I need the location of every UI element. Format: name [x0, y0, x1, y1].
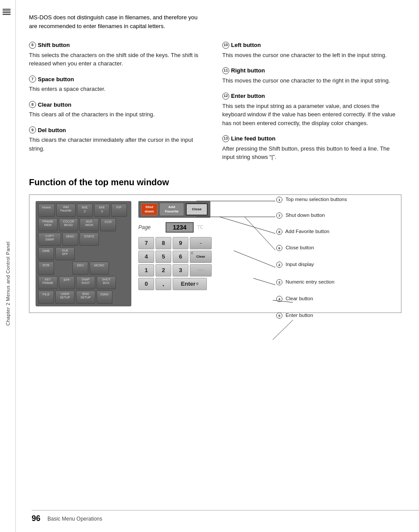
intro-text: MS-DOS does not distinguish case in file… [29, 14, 198, 29]
section-11: 11 Right button This moves the cursor on… [222, 66, 401, 85]
footer-text: Basic Menu Operations [47, 516, 102, 522]
keypad-row-2: 4 5 6 C Clear [138, 251, 212, 263]
left-panel: Home AddFavorite M/E2 M/E3 P/P FRAMEMEM … [36, 201, 131, 306]
btn-home[interactable]: Home [38, 204, 55, 217]
section-6: 6 Shift button This selects the characte… [29, 41, 205, 68]
key-7[interactable]: 7 [138, 237, 154, 249]
section-10-title: 10 Left button [222, 41, 401, 50]
section-11-num: 11 [222, 67, 229, 74]
key-3[interactable]: 3 [173, 264, 188, 277]
btn-user-setup[interactable]: USERSETUP [55, 291, 75, 304]
key-dot[interactable]: . [155, 278, 171, 290]
annotation-7: 7 Shut down button [276, 212, 325, 219]
btn-empty [55, 262, 71, 275]
section-13: 13 Line feed button After pressing the S… [222, 134, 401, 162]
key-8[interactable]: 8 [155, 237, 171, 249]
numeric-keypad: 7 8 9 – 4 5 6 C Clear [138, 237, 212, 290]
btn-stats[interactable]: STATS [79, 233, 99, 246]
btn-key-frame[interactable]: KEYFRAME [38, 276, 58, 289]
btn-me3[interactable]: M/E3 [94, 204, 110, 217]
section-13-label: Line feed button [231, 134, 275, 143]
btn-dev[interactable]: DEV [72, 262, 88, 275]
btn-add-favorite[interactable]: AddFavorite [56, 204, 76, 217]
input-display: 1234 [166, 222, 194, 233]
section-11-body: This moves the cursor one character to t… [222, 76, 401, 85]
btn-shot-box[interactable]: SHOTBOX [97, 276, 116, 289]
btn-color-bkgd[interactable]: COLORBKGD [59, 218, 78, 231]
btn-add-favorite-top[interactable]: AddFavorite [160, 203, 184, 216]
key-2[interactable]: 2 [155, 264, 171, 277]
key-5[interactable]: 5 [155, 251, 171, 263]
btn-eng-setup[interactable]: ENGSETUP [76, 291, 95, 304]
key-clear[interactable]: C Clear [190, 251, 212, 263]
sections-left-col: 6 Shift button This selects the characte… [29, 41, 205, 169]
keypad-row-1: 7 8 9 – [138, 237, 212, 249]
btn-copy-swap[interactable]: COPYSWAP [38, 233, 61, 246]
section-13-title: 13 Line feed button [222, 134, 401, 143]
page-number: 96 [32, 514, 40, 523]
keypad-row-4: 0 . Enter C [138, 278, 212, 290]
btn-diag[interactable]: DIAG [97, 291, 112, 304]
key-trim[interactable]: Trim [190, 264, 212, 277]
section-10-num: 10 [222, 42, 229, 49]
key-0[interactable]: 0 [138, 278, 154, 290]
key-6[interactable]: 6 [173, 251, 188, 263]
key-enter[interactable]: Enter C [173, 278, 207, 290]
btn-pp[interactable]: P/P [111, 204, 127, 217]
btn-close[interactable]: Close [186, 203, 208, 216]
section-10-body: This moves the cursor one character to t… [222, 51, 401, 60]
btn-eff[interactable]: EFF [59, 276, 75, 289]
annotation-4: 4 Clear button [276, 296, 313, 302]
btn-snap-shot[interactable]: SNAPSHOT [76, 276, 95, 289]
keypad-row-3: 1 2 3 Trim [138, 264, 212, 277]
panel-row-4: DME GLBEFF [38, 247, 129, 260]
function-heading: Function of the top menu window [29, 177, 401, 187]
section-12: 12 Enter button This sets the input stri… [222, 92, 401, 127]
sidebar-lines [3, 9, 11, 15]
section-8-title: 8 Clear button [29, 101, 205, 109]
btn-shut-down[interactable]: Shutdown [141, 203, 158, 216]
section-7-num: 7 [29, 75, 36, 83]
annotation-7-text: Shut down button [285, 212, 325, 218]
section-9-num: 9 [29, 126, 36, 133]
section-10-label: Left button [231, 41, 261, 50]
panel-row-6: KEYFRAME EFF SNAPSHOT SHOTBOX [38, 276, 129, 289]
btn-mcro[interactable]: MCRO [90, 262, 109, 275]
annotation-5-text: Enter button [285, 313, 313, 318]
section-11-title: 11 Right button [222, 66, 401, 75]
section-7-body: This enters a space character. [29, 85, 205, 93]
annotation-3-text: Numeric entry section [285, 279, 334, 284]
btn-ccr[interactable]: CCR [100, 218, 116, 231]
annotation-1: 1 Top menu selection buttons [276, 197, 347, 203]
annotation-5: 5 Enter button [276, 313, 313, 319]
btn-misc[interactable]: MISC [62, 233, 78, 246]
btn-file[interactable]: FILE [38, 291, 54, 304]
section-12-body: This sets the input string as a paramete… [222, 102, 401, 128]
main-content: MS-DOS does not distinguish case in file… [16, 0, 419, 532]
btn-dme[interactable]: DME [38, 247, 54, 260]
key-1[interactable]: 1 [138, 264, 154, 277]
btn-me2[interactable]: M/E2 [77, 204, 93, 217]
annotation-1-text: Top menu selection buttons [285, 197, 347, 202]
page-label: Page [138, 224, 151, 230]
section-11-label: Right button [231, 66, 265, 75]
btn-frame-mem[interactable]: FRAMEMEM [38, 218, 58, 231]
key-4[interactable]: 4 [138, 251, 154, 263]
btn-glb-eff[interactable]: GLBEFF [55, 247, 75, 260]
annotation-4-text: Clear button [285, 296, 313, 301]
section-9: 9 Del button This clears the character i… [29, 126, 205, 153]
annotation-3: 3 Numeric entry section [276, 279, 334, 286]
section-13-body: After pressing the Shift button, press t… [222, 144, 401, 162]
panel-row-1: Home AddFavorite M/E2 M/E3 P/P [38, 204, 129, 217]
section-6-body: This selects the characters on the shift… [29, 51, 205, 68]
btn-aux-mon[interactable]: AUX/MON [79, 218, 99, 231]
key-9[interactable]: 9 [173, 237, 188, 249]
key-minus[interactable]: – [190, 237, 212, 249]
section-9-title: 9 Del button [29, 126, 205, 135]
section-7-title: 7 Space button [29, 75, 205, 84]
section-12-title: 12 Enter button [222, 92, 401, 101]
btn-rtr[interactable]: RTR [38, 262, 54, 275]
annotation-2: 2 Input display [276, 262, 314, 268]
section-6-label: Shift button [38, 41, 70, 50]
section-9-label: Del button [38, 126, 66, 135]
